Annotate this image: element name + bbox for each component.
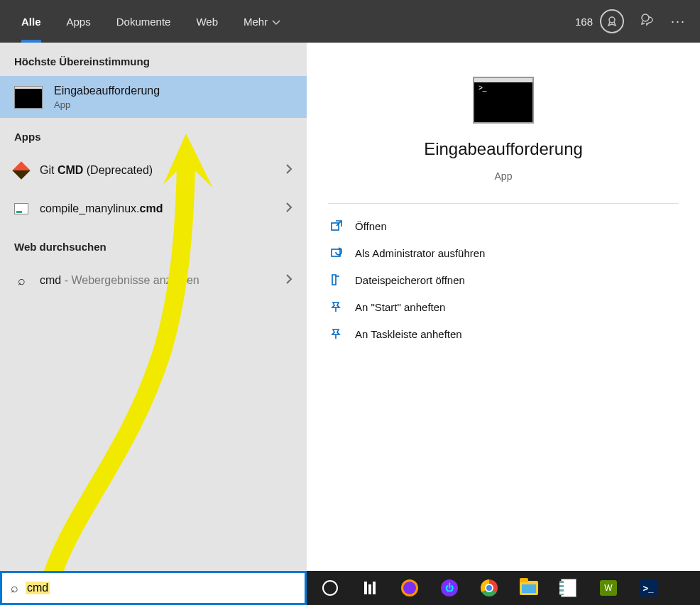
feedback-icon[interactable]	[640, 12, 655, 31]
cmd-file-icon	[14, 202, 28, 216]
cortana-icon	[322, 580, 338, 596]
taskbar-explorer[interactable]	[510, 571, 548, 605]
folder-icon	[329, 273, 344, 286]
taskbar-firefox[interactable]	[390, 571, 429, 605]
preview-subtitle: App	[495, 170, 513, 182]
tab-web-label: Web	[196, 16, 218, 28]
tab-apps-label: Apps	[67, 16, 91, 28]
search-icon: ⌕	[11, 581, 18, 596]
svg-point-1	[642, 14, 649, 21]
chevron-down-icon	[272, 16, 280, 28]
open-icon	[329, 219, 344, 232]
web-result[interactable]: cmd - Webergebnisse anzeigen	[0, 261, 307, 300]
tab-docs-label: Dokumente	[116, 16, 171, 28]
action-admin-label: Als Administrator ausführen	[355, 247, 485, 259]
preview-app-icon	[473, 77, 534, 124]
taskbar-chrome[interactable]	[470, 571, 508, 605]
chevron-right-icon	[285, 202, 292, 216]
chevron-right-icon	[285, 273, 292, 288]
action-open[interactable]: Öffnen	[328, 212, 679, 239]
taskbar: ⏻ W >_	[307, 571, 700, 605]
preview-title: Eingabeaufforderung	[424, 139, 583, 159]
web-result-text: cmd - Webergebnisse anzeigen	[40, 273, 199, 288]
app-result-text: Git CMD (Deprecated)	[40, 163, 153, 178]
search-bar[interactable]: ⌕ cmd	[0, 571, 307, 605]
action-run-admin[interactable]: Als Administrator ausführen	[328, 239, 679, 266]
search-tabs: Alle Apps Dokumente Web Mehr	[9, 0, 293, 43]
taskbar-wamp[interactable]: W	[589, 571, 628, 605]
tab-more[interactable]: Mehr	[231, 0, 293, 43]
preview-header: Eingabeaufforderung App	[328, 64, 679, 203]
shield-icon	[329, 246, 344, 259]
app-result-title: Git CMD (Deprecated)	[40, 163, 153, 178]
chevron-right-icon	[285, 163, 292, 178]
tab-apps[interactable]: Apps	[54, 0, 104, 43]
best-match-text: Eingabeaufforderung App	[54, 83, 160, 111]
action-pin-taskbar-label: An Taskleiste anheften	[355, 328, 462, 340]
folder-icon	[520, 581, 538, 595]
preview-pane: Eingabeaufforderung App Öffnen Als Admin…	[307, 43, 700, 571]
section-best-match: Höchste Übereinstimmung	[0, 43, 307, 76]
pin-icon	[329, 327, 344, 340]
git-icon	[14, 163, 28, 178]
search-icon	[14, 273, 28, 288]
best-match-result[interactable]: Eingabeaufforderung App	[0, 76, 307, 118]
app-result-git-cmd[interactable]: Git CMD (Deprecated)	[0, 151, 307, 190]
powershell-icon: >_	[639, 579, 657, 596]
divider	[328, 203, 679, 204]
notepad-icon	[561, 579, 576, 597]
taskbar-cortana[interactable]	[311, 571, 349, 605]
section-apps: Apps	[0, 118, 307, 151]
wamp-icon: W	[600, 580, 617, 596]
rewards-points[interactable]: 168	[575, 9, 624, 33]
app-result-compile-cmd[interactable]: compile_manylinux.cmd	[0, 190, 307, 228]
cmd-icon	[14, 86, 43, 109]
results-pane: Höchste Übereinstimmung Eingabeaufforder…	[0, 43, 307, 571]
best-match-subtitle: App	[54, 99, 160, 111]
taskview-icon	[364, 582, 376, 594]
action-location-label: Dateispeicherort öffnen	[355, 274, 465, 286]
tab-web[interactable]: Web	[183, 0, 231, 43]
action-pin-start[interactable]: An "Start" anheften	[328, 293, 679, 320]
more-options-icon[interactable]: ···	[671, 14, 686, 29]
taskbar-powershell[interactable]: >_	[629, 571, 667, 605]
taskbar-taskview[interactable]	[351, 571, 389, 605]
firefox-icon	[401, 579, 418, 596]
app-result-text: compile_manylinux.cmd	[40, 201, 163, 217]
points-value: 168	[575, 16, 593, 28]
app-result-title: compile_manylinux.cmd	[40, 201, 163, 217]
taskbar-notepadpp[interactable]	[549, 571, 588, 605]
section-web: Web durchsuchen	[0, 228, 307, 261]
search-tabbar: Alle Apps Dokumente Web Mehr 168 ···	[0, 0, 700, 43]
medal-icon	[600, 9, 624, 33]
best-match-title: Eingabeaufforderung	[54, 83, 160, 99]
taskbar-power[interactable]: ⏻	[430, 571, 469, 605]
svg-point-0	[609, 17, 615, 23]
search-highlight: cmd	[26, 582, 50, 594]
action-open-label: Öffnen	[355, 220, 387, 232]
tab-docs[interactable]: Dokumente	[104, 0, 184, 43]
tab-more-label: Mehr	[244, 16, 268, 28]
action-pin-taskbar[interactable]: An Taskleiste anheften	[328, 320, 679, 347]
chrome-icon	[481, 579, 498, 596]
pin-icon	[329, 300, 344, 313]
tab-all[interactable]: Alle	[9, 0, 54, 43]
action-open-location[interactable]: Dateispeicherort öffnen	[328, 266, 679, 293]
action-pin-start-label: An "Start" anheften	[355, 301, 445, 313]
web-result-title: cmd - Webergebnisse anzeigen	[40, 273, 199, 288]
tabbar-right: 168 ···	[575, 9, 686, 33]
power-icon: ⏻	[441, 579, 458, 596]
search-main: Höchste Übereinstimmung Eingabeaufforder…	[0, 43, 700, 571]
tab-all-label: Alle	[21, 16, 41, 28]
